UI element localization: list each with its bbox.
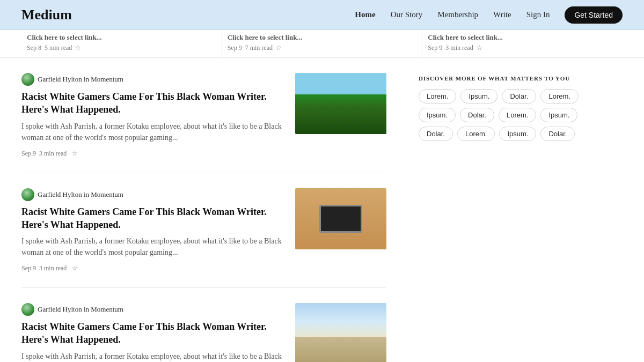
top-strip-item-3: Click here to select link... Sep 9 3 min…	[422, 30, 623, 57]
author-text-3: Garfield Hylton in Momentum	[38, 305, 123, 314]
nav-our-story[interactable]: Our Story	[391, 10, 423, 19]
article-date-1: Sep 9	[21, 150, 36, 158]
main-nav: Home Our Story Membership Write Sign In …	[355, 6, 623, 24]
article-excerpt-1: I spoke with Ash Parrish, a former Kotak…	[21, 121, 284, 143]
strip-meta-3: Sep 9 3 min read ☆	[428, 44, 617, 52]
strip-date-1: Sep 8	[27, 44, 41, 52]
strip-title-2: Click here to select link...	[228, 33, 417, 42]
tags-grid: Lorem. Ipsum. Dolar. Lorem. Ipsum. Dolar…	[419, 89, 580, 141]
site-logo: Medium	[21, 7, 72, 23]
author-row-1: Garfield Hylton in Momentum	[21, 73, 284, 86]
article-bookmark-1[interactable]: ☆	[72, 150, 78, 158]
tag-4[interactable]: Ipsum.	[419, 108, 456, 122]
article-excerpt-3: I spoke with Ash Parrish, a former Kotak…	[21, 351, 284, 362]
strip-read-1: 5 min read	[45, 44, 72, 52]
article-thumb-3[interactable]	[295, 303, 386, 362]
article-content-2: Garfield Hylton in Momentum Racist White…	[21, 188, 295, 273]
article-content-1: Garfield Hylton in Momentum Racist White…	[21, 73, 295, 158]
tag-1[interactable]: Ipsum.	[460, 89, 497, 104]
avatar-1	[21, 73, 34, 86]
top-strip-item-1: Click here to select link... Sep 8 5 min…	[21, 30, 222, 57]
tag-9[interactable]: Lorem.	[457, 127, 495, 141]
strip-date-2: Sep 9	[228, 44, 242, 52]
article-read-2: 3 min read	[39, 264, 67, 272]
nav-home[interactable]: Home	[355, 10, 375, 19]
strip-read-3: 3 min read	[445, 44, 473, 52]
nav-membership[interactable]: Membership	[437, 10, 478, 19]
author-text-2: Garfield Hylton in Momentum	[38, 190, 123, 199]
strip-bookmark-2[interactable]: ☆	[276, 44, 282, 52]
avatar-2	[21, 188, 34, 201]
tag-10[interactable]: Ipsum.	[499, 127, 536, 141]
article-meta-1: Sep 9 3 min read ☆	[21, 150, 284, 158]
article-bookmark-2[interactable]: ☆	[72, 264, 78, 272]
nav-sign-in[interactable]: Sign In	[526, 10, 550, 19]
article-item-3: Garfield Hylton in Momentum Racist White…	[21, 288, 386, 362]
strip-meta-1: Sep 8 5 min read ☆	[27, 44, 216, 52]
strip-title-3: Click here to select link...	[428, 33, 617, 42]
get-started-button[interactable]: Get Started	[565, 6, 623, 24]
sidebar: DISCOVER MORE OF WHAT MATTERS TO YOU Lor…	[419, 58, 580, 362]
tag-0[interactable]: Lorem.	[419, 89, 456, 104]
article-thumb-1[interactable]	[295, 73, 386, 134]
article-title-3[interactable]: Racist White Gamers Came For This Black …	[21, 320, 284, 346]
top-strip-item-2: Click here to select link... Sep 9 7 min…	[222, 30, 423, 57]
article-item-2: Garfield Hylton in Momentum Racist White…	[21, 173, 386, 289]
tag-5[interactable]: Dolar.	[460, 108, 494, 122]
article-date-2: Sep 9	[21, 264, 36, 272]
article-title-1[interactable]: Racist White Gamers Came For This Black …	[21, 90, 284, 116]
article-content-3: Garfield Hylton in Momentum Racist White…	[21, 303, 295, 362]
strip-title-1: Click here to select link...	[27, 33, 216, 42]
strip-bookmark-1[interactable]: ☆	[75, 44, 81, 52]
author-row-2: Garfield Hylton in Momentum	[21, 188, 284, 201]
article-title-2[interactable]: Racist White Gamers Came For This Black …	[21, 205, 284, 232]
strip-date-3: Sep 9	[428, 44, 442, 52]
article-excerpt-2: I spoke with Ash Parrish, a former Kotak…	[21, 235, 284, 258]
article-meta-2: Sep 9 3 min read ☆	[21, 264, 284, 272]
tag-7[interactable]: Ipsum.	[540, 108, 577, 122]
strip-bookmark-3[interactable]: ☆	[477, 44, 482, 52]
sidebar-section-title: DISCOVER MORE OF WHAT MATTERS TO YOU	[419, 75, 580, 82]
nav-write[interactable]: Write	[493, 10, 511, 19]
tag-6[interactable]: Lorem.	[499, 108, 536, 122]
article-thumb-2[interactable]	[295, 188, 386, 249]
main-content: Garfield Hylton in Momentum Racist White…	[11, 58, 633, 362]
tag-11[interactable]: Dolar.	[540, 127, 575, 141]
tag-8[interactable]: Dolar.	[419, 127, 453, 141]
strip-read-2: 7 min read	[245, 44, 273, 52]
top-strip: Click here to select link... Sep 8 5 min…	[0, 30, 644, 58]
tag-3[interactable]: Lorem.	[540, 89, 578, 104]
article-item-1: Garfield Hylton in Momentum Racist White…	[21, 58, 386, 173]
avatar-3	[21, 303, 34, 316]
tag-2[interactable]: Dolar.	[502, 89, 536, 104]
author-text-1: Garfield Hylton in Momentum	[38, 75, 123, 84]
articles-column: Garfield Hylton in Momentum Racist White…	[21, 58, 419, 362]
article-read-1: 3 min read	[39, 150, 67, 158]
strip-meta-2: Sep 9 7 min read ☆	[228, 44, 417, 52]
header: Medium Home Our Story Membership Write S…	[0, 0, 644, 30]
author-row-3: Garfield Hylton in Momentum	[21, 303, 284, 316]
